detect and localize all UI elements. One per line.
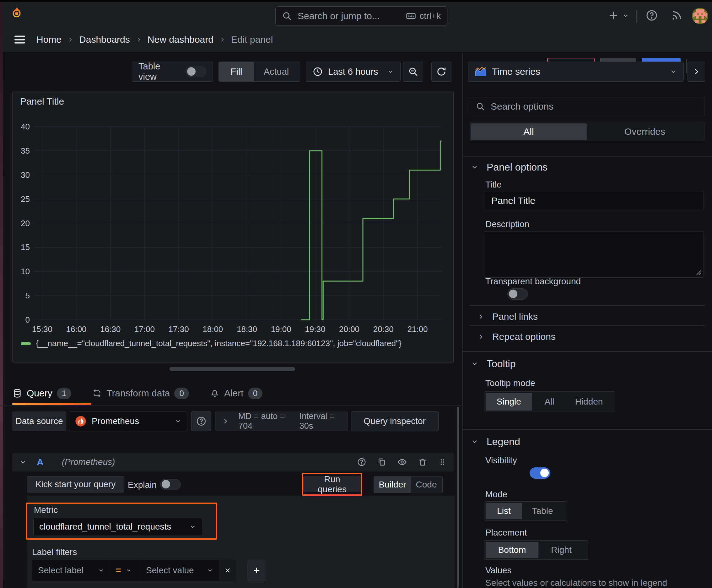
- section-divider: [462, 156, 712, 157]
- repeat-options-section[interactable]: Repeat options: [477, 330, 556, 344]
- legend-visibility-toggle[interactable]: [530, 467, 550, 479]
- builder-code-switch: Builder Code: [373, 476, 443, 493]
- tab-overrides[interactable]: Overrides: [587, 123, 703, 140]
- add-new-chevron-down-icon[interactable]: [622, 12, 629, 19]
- transparent-background-toggle[interactable]: [507, 288, 528, 300]
- time-range-picker[interactable]: Last 6 hours: [306, 62, 401, 82]
- table-view-label: Table view: [138, 61, 180, 82]
- help-icon[interactable]: [645, 9, 658, 22]
- user-avatar[interactable]: [692, 8, 708, 24]
- breadcrumb-chevron-icon: [67, 37, 73, 43]
- description-textarea[interactable]: [484, 231, 704, 278]
- select-label-dropdown[interactable]: Select label: [32, 560, 110, 581]
- tab-transform-label: Transform data: [106, 388, 170, 399]
- query-inspector-button[interactable]: Query inspector: [351, 412, 438, 431]
- datasource-picker[interactable]: Prometheus: [69, 412, 188, 431]
- keyboard-icon: [406, 11, 416, 21]
- metric-dropdown[interactable]: cloudflared_tunnel_total_requests: [33, 518, 202, 536]
- legend-placement-switch: Bottom Right: [484, 540, 588, 560]
- tooltip-mode-single[interactable]: Single: [486, 393, 532, 411]
- refresh-button[interactable]: [431, 62, 451, 82]
- tooltip-mode-all[interactable]: All: [532, 393, 567, 411]
- chevron-right-icon: [692, 67, 700, 76]
- zoom-out-button[interactable]: [403, 62, 423, 82]
- search-options-input[interactable]: Search options: [469, 97, 705, 116]
- kick-start-query-button[interactable]: Kick start your query: [27, 476, 124, 492]
- row-divider: [469, 326, 705, 326]
- query-help-icon[interactable]: [357, 457, 366, 467]
- actual-option[interactable]: Actual: [254, 62, 299, 81]
- legend-series-swatch[interactable]: [21, 342, 31, 345]
- remove-filter-button[interactable]: [219, 560, 236, 581]
- tooltip-title: Tooltip: [487, 358, 516, 370]
- y-axis-tick: 20: [21, 218, 30, 228]
- news-rss-icon[interactable]: [671, 9, 683, 22]
- delete-query-trash-icon[interactable]: [418, 457, 427, 467]
- series-line: [301, 141, 441, 320]
- tooltip-header[interactable]: Tooltip: [471, 356, 516, 371]
- y-axis-tick: 35: [21, 146, 30, 155]
- tooltip-mode-hidden[interactable]: Hidden: [567, 393, 611, 411]
- add-new-button[interactable]: [607, 9, 620, 22]
- search-options-placeholder: Search options: [491, 101, 698, 112]
- query-pane-scrollbar[interactable]: [457, 407, 459, 588]
- search-shortcut: ctrl+k: [419, 11, 441, 21]
- legend-header[interactable]: Legend: [471, 434, 520, 449]
- legend-mode-list[interactable]: List: [486, 503, 522, 519]
- tab-alert[interactable]: Alert 0: [210, 384, 262, 403]
- timeseries-chart[interactable]: 051015202530354015:3016:0016:3017:0017:3…: [18, 113, 449, 336]
- tab-query[interactable]: Query 1: [12, 384, 71, 403]
- x-axis-tick: 15:30: [32, 324, 52, 334]
- panel-options-header[interactable]: Panel options: [471, 160, 547, 175]
- panel-title: Panel Title: [20, 96, 64, 107]
- pane-resize-handle[interactable]: [170, 367, 295, 371]
- panel-links-label: Panel links: [492, 311, 538, 322]
- collapse-options-pane-button[interactable]: [688, 62, 705, 82]
- operator-dropdown[interactable]: =: [110, 560, 140, 581]
- explain-toggle[interactable]: [160, 479, 181, 490]
- legend-series-label[interactable]: {__name__="cloudflared_tunnel_total_requ…: [36, 339, 402, 348]
- run-queries-button[interactable]: Run queries: [303, 477, 361, 492]
- search-icon: [476, 102, 485, 111]
- panel-preview: Panel Title 051015202530354015:3016:0016…: [12, 91, 454, 363]
- breadcrumb-home[interactable]: Home: [37, 34, 62, 45]
- legend-placement-bottom[interactable]: Bottom: [486, 542, 538, 558]
- breadcrumb-dashboards[interactable]: Dashboards: [79, 34, 130, 45]
- resize-handle-icon[interactable]: [695, 269, 702, 275]
- query-collapse-chevron-down-icon[interactable]: [19, 458, 27, 466]
- legend-mode-table[interactable]: Table: [522, 503, 563, 519]
- panel-links-section[interactable]: Panel links: [477, 310, 538, 323]
- breadcrumb-new-dashboard[interactable]: New dashboard: [148, 34, 214, 45]
- add-filter-button[interactable]: [247, 560, 266, 581]
- query-ref-id[interactable]: A: [37, 457, 44, 467]
- global-search-input[interactable]: Search or jump to... ctrl+k: [275, 6, 447, 26]
- visualization-picker[interactable]: Time series: [468, 62, 684, 82]
- active-tab-underline: [12, 403, 91, 405]
- select-value-dropdown[interactable]: Select value: [140, 560, 219, 581]
- panel-title-input[interactable]: [484, 191, 704, 210]
- tab-transform-data[interactable]: Transform data 0: [92, 384, 189, 403]
- section-divider: [462, 429, 712, 430]
- fill-option[interactable]: Fill: [219, 62, 254, 81]
- grafana-logo[interactable]: [9, 6, 24, 23]
- toggle-visibility-eye-icon[interactable]: [397, 457, 407, 467]
- datasource-help-button[interactable]: [191, 412, 211, 431]
- query-options-collapsed[interactable]: MD = auto = 704 Interval = 30s: [215, 412, 348, 431]
- query-row-header: A (Prometheus): [12, 453, 454, 471]
- tab-all[interactable]: All: [471, 123, 587, 140]
- builder-option[interactable]: Builder: [374, 477, 411, 493]
- operator-chevron-down-icon: [126, 568, 132, 573]
- viz-picker-label: Time series: [492, 66, 665, 77]
- refresh-icon: [436, 66, 447, 77]
- legend-placement-right[interactable]: Right: [538, 542, 584, 558]
- options-filter-tabs: All Overrides: [469, 122, 705, 141]
- code-option[interactable]: Code: [411, 477, 442, 493]
- breadcrumb: Home Dashboards New dashboard Edit panel: [37, 26, 273, 53]
- menu-hamburger-icon[interactable]: [13, 33, 27, 46]
- drag-grip-icon[interactable]: [438, 457, 447, 467]
- query-options-stats: MD = auto = 704: [238, 412, 290, 431]
- duplicate-query-icon[interactable]: [377, 457, 386, 467]
- table-view-toggle[interactable]: [186, 66, 206, 77]
- query-section-tabs: Query 1 Transform data 0 Alert 0: [12, 384, 262, 403]
- search-icon: [282, 11, 292, 21]
